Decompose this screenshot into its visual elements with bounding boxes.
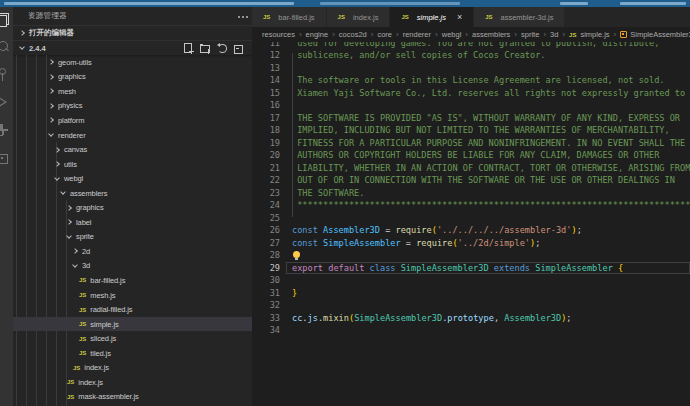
tree-item-simple.js[interactable]: JSsimple.js [13, 317, 252, 332]
open-editors-section[interactable]: 打开的编辑器 [13, 25, 252, 40]
code-line-32[interactable]: 32 [252, 299, 690, 312]
code-line-11[interactable]: 11 used for developing games. You are no… [252, 42, 690, 49]
close-icon[interactable]: × [457, 13, 462, 22]
tree-item-platform[interactable]: platform [13, 113, 252, 128]
code-line-23[interactable]: 23 THE SOFTWARE. [252, 187, 690, 200]
tree-item-assemblers[interactable]: assemblers [13, 186, 252, 201]
new-folder-icon[interactable] [200, 43, 210, 53]
code-line-17[interactable]: 17 THE SOFTWARE IS PROVIDED "AS IS", WIT… [252, 112, 690, 125]
line-number[interactable]: 21 [252, 163, 280, 173]
line-number[interactable]: 15 [252, 88, 280, 98]
code-line-28[interactable]: 28 [252, 249, 690, 262]
tree-item-graphics[interactable]: graphics [13, 70, 252, 85]
breadcrumb-item-resources[interactable]: resources [262, 30, 295, 39]
tree-item-mesh.js[interactable]: JSmesh.js [13, 288, 252, 303]
line-number[interactable]: 20 [252, 150, 280, 160]
line-number[interactable]: 28 [252, 250, 280, 260]
code-line-27[interactable]: 27const SimpleAssembler = require('../2d… [252, 237, 690, 250]
code-line-16[interactable]: 16 [252, 99, 690, 112]
tree-item-3d[interactable]: 3d [13, 259, 252, 274]
line-number[interactable]: 27 [252, 238, 280, 248]
tree-item-tiled.js[interactable]: JStiled.js [13, 346, 252, 361]
line-number[interactable]: 18 [252, 125, 280, 135]
new-file-icon[interactable] [183, 43, 193, 53]
code-line-22[interactable]: 22 OUT OF OR IN CONNECTION WITH THE SOFT… [252, 174, 690, 187]
collapse-all-icon[interactable] [234, 43, 244, 53]
tree-item-sliced.js[interactable]: JSsliced.js [13, 331, 252, 346]
breadcrumb-item-3d[interactable]: 3d [550, 30, 558, 39]
tab-simple.js[interactable]: JSsimple.js× [390, 7, 474, 27]
tree-item-index.js[interactable]: JSindex.js [13, 360, 252, 375]
code-line-18[interactable]: 18 IMPLIED, INCLUDING BUT NOT LIMITED TO… [252, 124, 690, 137]
line-number[interactable]: 14 [252, 75, 280, 85]
search-icon[interactable] [0, 40, 11, 54]
breadcrumb-item-file[interactable]: simple.js [580, 30, 609, 39]
extensions-icon[interactable] [0, 124, 11, 138]
line-number[interactable]: 33 [252, 313, 280, 323]
tree-item-sprite[interactable]: sprite [13, 230, 252, 245]
tree-item-utils[interactable]: utils [13, 157, 252, 172]
code-line-19[interactable]: 19 FITNESS FOR A PARTICULAR PURPOSE AND … [252, 137, 690, 150]
tree-item-bar-filled.js[interactable]: JSbar-filled.js [13, 273, 252, 288]
tree-item-graphics[interactable]: graphics [13, 200, 252, 215]
line-number[interactable]: 22 [252, 175, 280, 185]
line-number[interactable]: 30 [252, 275, 280, 285]
line-number[interactable]: 25 [252, 213, 280, 223]
line-number[interactable]: 19 [252, 138, 280, 148]
tree-item-renderer[interactable]: renderer [13, 128, 252, 143]
tree-item-2d[interactable]: 2d [13, 244, 252, 259]
tree-item-mask-assembler.js[interactable]: JSmask-assembler.js [13, 390, 252, 405]
line-number[interactable]: 17 [252, 113, 280, 123]
line-number[interactable]: 12 [252, 50, 280, 60]
line-number[interactable]: 32 [252, 300, 280, 310]
tab-index.js[interactable]: JSindex.js [327, 7, 391, 27]
code-editor[interactable]: 11 used for developing games. You are no… [252, 42, 690, 406]
line-number[interactable]: 34 [252, 325, 280, 335]
code-line-21[interactable]: 21 LIABILITY, WHETHER IN AN ACTION OF CO… [252, 162, 690, 175]
breadcrumb-item-sprite[interactable]: sprite [521, 30, 539, 39]
line-number[interactable]: 13 [252, 63, 280, 73]
tree-item-mesh[interactable]: mesh [13, 84, 252, 99]
code-line-24[interactable]: 24 *************************************… [252, 199, 690, 212]
breadcrumb-item-assemblers[interactable]: assemblers [472, 30, 510, 39]
code-line-25[interactable]: 25 [252, 212, 690, 225]
tree-item-webgl[interactable]: webgl [13, 171, 252, 186]
line-number[interactable]: 29 [252, 263, 280, 273]
line-number[interactable]: 24 [252, 200, 280, 210]
line-number[interactable]: 31 [252, 288, 280, 298]
tree-item-radial-filled.js[interactable]: JSradial-filled.js [13, 302, 252, 317]
files-icon[interactable] [0, 12, 11, 26]
code-line-31[interactable]: 31} [252, 287, 690, 300]
line-number[interactable]: 16 [252, 100, 280, 110]
line-number[interactable]: 23 [252, 188, 280, 198]
code-line-12[interactable]: 12 sublicense, and/or sell copies of Coc… [252, 49, 690, 62]
ellipsis-icon[interactable] [238, 16, 240, 18]
code-line-13[interactable]: 13 [252, 62, 690, 75]
code-line-20[interactable]: 20 AUTHORS OR COPYRIGHT HOLDERS BE LIABL… [252, 149, 690, 162]
source-control-icon[interactable] [0, 68, 11, 82]
line-number[interactable]: 26 [252, 225, 280, 235]
breadcrumb-item-cocos2d[interactable]: cocos2d [339, 30, 367, 39]
code-line-34[interactable]: 34 [252, 324, 690, 337]
line-number[interactable]: 11 [252, 42, 280, 48]
code-line-29[interactable]: 29export default class SimpleAssembler3D… [252, 262, 690, 275]
code-line-26[interactable]: 26const Assembler3D = require('../../../… [252, 224, 690, 237]
remote-icon[interactable] [0, 152, 11, 166]
breadcrumb-item-renderer[interactable]: renderer [403, 30, 431, 39]
breadcrumb-item-core[interactable]: core [377, 30, 392, 39]
code-line-33[interactable]: 33cc.js.mixin(SimpleAssembler3D.prototyp… [252, 312, 690, 325]
tab-assembler-3d.js[interactable]: JSassembler-3d.js [474, 7, 565, 27]
tree-item-label[interactable]: label [13, 215, 252, 230]
tree-item-index.js[interactable]: JSindex.js [13, 375, 252, 390]
lightbulb-icon[interactable] [293, 251, 300, 260]
tree-item-canvas[interactable]: canvas [13, 142, 252, 157]
code-line-30[interactable]: 30 [252, 274, 690, 287]
tree-item-geom-utils[interactable]: geom-utils [13, 55, 252, 70]
run-debug-icon[interactable] [0, 96, 11, 110]
breadcrumb-item-engine[interactable]: engine [306, 30, 329, 39]
tree-item-physics[interactable]: physics [13, 99, 252, 114]
breadcrumb-item-webgl[interactable]: webgl [442, 30, 462, 39]
tab-bar-filled.js[interactable]: JSbar-filled.js [252, 7, 327, 27]
code-line-14[interactable]: 14 The software or tools in this License… [252, 74, 690, 87]
breadcrumb-item-symbol[interactable]: SimpleAssembler3D [630, 30, 690, 39]
